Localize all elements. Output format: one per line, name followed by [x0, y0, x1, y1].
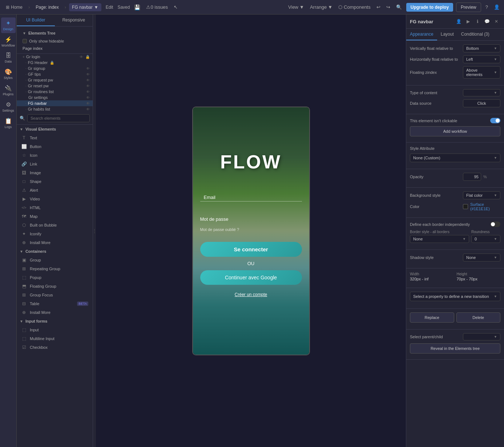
reveal-button[interactable]: Reveal in the Elements tree: [410, 343, 500, 354]
tree-item-fg-navbar[interactable]: · FG navbar 👁: [17, 100, 93, 106]
tree-item-gr-reset-pw[interactable]: · Gr reset pw 👁: [17, 83, 93, 89]
redo-button[interactable]: ↪: [385, 3, 392, 11]
visual-elements-header[interactable]: ▼ Visual Elements: [17, 125, 93, 133]
sidebar-item-logs[interactable]: 📋 Logs: [1, 115, 16, 131]
containers-header[interactable]: ▼ Containers: [17, 247, 93, 256]
tree-item-gr-request-pw[interactable]: · Gr request pw 👁: [17, 77, 93, 83]
sidebar-item-design[interactable]: ✦ Design: [1, 17, 16, 33]
tab-conditional[interactable]: Conditional (3): [457, 29, 493, 40]
replace-button[interactable]: Replace: [410, 312, 454, 323]
only-show-hideable-row[interactable]: Only show hideable: [20, 37, 90, 45]
rp-chat-icon[interactable]: 💬: [483, 17, 491, 25]
tree-item-gr-settings[interactable]: Gr settings 👁: [17, 95, 93, 100]
preview-button[interactable]: Preview: [456, 3, 481, 12]
rp-info-icon[interactable]: ℹ: [473, 17, 481, 25]
element-input[interactable]: ⬚ Input: [17, 326, 93, 334]
tree-item-gr-routines-list[interactable]: · Gr routines list 👁: [17, 89, 93, 95]
arrange-menu[interactable]: Arrange ▼: [310, 4, 332, 10]
floating-zindex-dropdown[interactable]: Above elements ▼: [463, 66, 500, 79]
height-value[interactable]: 70px - 70px: [457, 277, 501, 281]
tab-ui-builder[interactable]: UI Builder: [17, 15, 55, 26]
type-of-content-dropdown[interactable]: ▼: [463, 89, 500, 96]
opacity-input[interactable]: [463, 173, 481, 181]
rp-close-icon[interactable]: ✕: [492, 17, 500, 25]
rp-user-icon[interactable]: 👤: [455, 17, 463, 25]
view-menu[interactable]: View ▼: [288, 4, 304, 10]
rp-play-icon[interactable]: ▶: [464, 17, 472, 25]
google-button[interactable]: Continuer avec Google: [200, 270, 302, 285]
only-show-hideable-checkbox[interactable]: [23, 39, 27, 43]
data-source-click[interactable]: Click: [463, 99, 500, 107]
element-alert[interactable]: ⚠ Alert: [17, 186, 93, 195]
sidebar-item-workflow[interactable]: ⚡ Workflow: [1, 34, 16, 49]
tree-item-gr-signup[interactable]: · Gr signup 👁: [17, 65, 93, 71]
create-account-link[interactable]: Créer un compte: [235, 292, 267, 297]
sidebar-item-settings[interactable]: ⚙ Settings: [1, 99, 16, 115]
element-checkbox[interactable]: ☑ Checkbox: [17, 343, 93, 352]
resize-handle[interactable]: [93, 15, 96, 447]
element-button[interactable]: ⬜ Button: [17, 142, 93, 151]
element-floating-group[interactable]: ⬒ Floating Group: [17, 282, 93, 291]
horizontally-float-dropdown[interactable]: Left ▼: [463, 55, 500, 63]
element-built-on-bubble[interactable]: ⬡ Built on Bubble: [17, 221, 93, 230]
components-menu[interactable]: ⬡ Components: [338, 4, 371, 10]
tab-layout[interactable]: Layout: [437, 29, 457, 40]
element-multiline-input[interactable]: ⬚ Multiline Input: [17, 334, 93, 343]
tree-item-gr-habits-list[interactable]: · Gr habits list 👁: [17, 106, 93, 112]
input-forms-header[interactable]: ▼ Input forms: [17, 317, 93, 326]
connect-button[interactable]: Se connecter: [200, 242, 302, 257]
width-value[interactable]: 320px - inf: [410, 277, 454, 281]
color-swatch[interactable]: [463, 204, 468, 209]
vertically-float-dropdown[interactable]: Bottom ▼: [463, 44, 500, 52]
element-repeating-group[interactable]: ⊞ Repeating Group: [17, 264, 93, 273]
element-group[interactable]: ▣ Group: [17, 256, 93, 264]
element-iconify[interactable]: ✦ Iconify: [17, 230, 93, 238]
save-icon-button[interactable]: 💾: [133, 3, 142, 12]
help-button[interactable]: ?: [484, 3, 489, 11]
element-video[interactable]: ▶ Video: [17, 195, 93, 203]
search-input[interactable]: [27, 114, 90, 122]
tab-appearance[interactable]: Appearance: [406, 29, 437, 40]
search-button[interactable]: 🔍: [395, 3, 403, 11]
element-image[interactable]: 🖼 Image: [17, 168, 93, 177]
issues-button[interactable]: ⚠ 0 issues: [145, 3, 169, 11]
define-border-toggle[interactable]: [490, 221, 500, 227]
tree-item-gr-login[interactable]: + Gr login 👁 🔒: [17, 54, 93, 60]
element-install-more-c[interactable]: ⊕ Install More: [17, 308, 93, 317]
upgrade-button[interactable]: Upgrade to deploy: [406, 3, 453, 12]
tree-item-gf-tips[interactable]: · GF tips 👁: [17, 71, 93, 77]
not-clickable-toggle[interactable]: [490, 118, 500, 123]
bg-style-dropdown[interactable]: Flat color ▼: [463, 191, 500, 199]
element-shape[interactable]: □ Shape: [17, 177, 93, 186]
sidebar-item-data[interactable]: 🗄 Data: [1, 50, 16, 65]
border-style-dropdown[interactable]: None ▼: [410, 235, 469, 243]
shadow-style-dropdown[interactable]: None ▼: [463, 254, 500, 262]
sidebar-item-plugins[interactable]: 🔌 Plugins: [1, 83, 16, 98]
edit-action[interactable]: Edit: [106, 5, 113, 10]
home-button[interactable]: ⊞ Home: [3, 3, 25, 11]
tab-responsive[interactable]: Responsive: [55, 15, 93, 26]
page-selector[interactable]: Page: index: [33, 3, 61, 11]
select-parent-dropdown[interactable]: ▼: [463, 333, 500, 340]
element-table[interactable]: ⊟ Table BETA: [17, 299, 93, 308]
sidebar-item-styles[interactable]: 🎨 Styles: [1, 66, 16, 82]
element-install-more-ve[interactable]: ⊕ Install More: [17, 238, 93, 247]
element-text[interactable]: T Text: [17, 133, 93, 142]
undo-button[interactable]: ↩: [375, 3, 382, 11]
add-workflow-button[interactable]: Add workflow: [410, 126, 500, 136]
navbar-dropdown[interactable]: FG navbar ▼: [69, 3, 101, 11]
color-value[interactable]: Surface (#1E1E1E): [470, 202, 500, 211]
element-map[interactable]: 🗺 Map: [17, 212, 93, 221]
style-attribute-dropdown[interactable]: None (Custom) ▼: [410, 153, 500, 162]
transition-dropdown[interactable]: Select a property to define a new transi…: [410, 292, 500, 301]
element-popup[interactable]: ⬚ Popup: [17, 273, 93, 282]
cursor-icon-button[interactable]: ↖: [172, 3, 179, 11]
element-html[interactable]: </> HTML: [17, 203, 93, 212]
element-icon[interactable]: ☆ Icon: [17, 151, 93, 160]
element-link[interactable]: 🔗 Link: [17, 160, 93, 168]
roundness-dropdown[interactable]: 0 ▼: [471, 235, 500, 243]
user-avatar[interactable]: 👤: [492, 3, 501, 11]
tree-item-fg-header[interactable]: · FG Header 🔒: [17, 60, 93, 65]
element-group-focus[interactable]: ⊞ Group Focus: [17, 291, 93, 299]
delete-button[interactable]: Delete: [456, 312, 501, 323]
